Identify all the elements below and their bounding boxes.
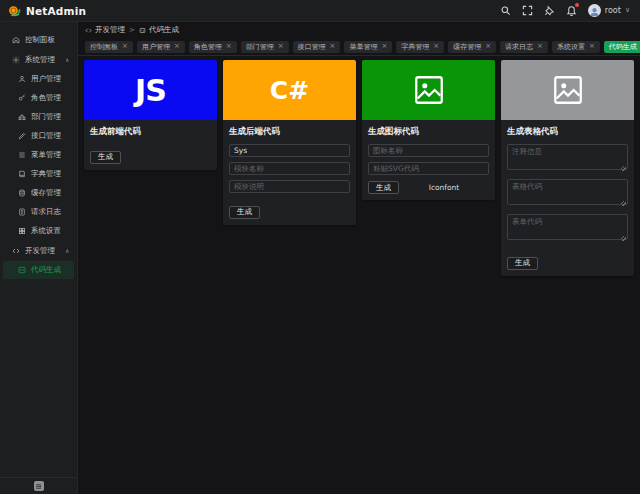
- table-banner: [501, 60, 634, 120]
- card-title: 生成前端代码: [90, 126, 211, 138]
- close-icon[interactable]: ×: [174, 43, 180, 50]
- image-icon: [412, 73, 446, 107]
- close-icon[interactable]: ×: [122, 43, 128, 50]
- tab-system-settings[interactable]: 系统设置×: [552, 41, 600, 53]
- search-icon[interactable]: [500, 5, 511, 16]
- tab-request-logs[interactable]: 请求日志×: [500, 41, 548, 53]
- tab-cache[interactable]: 缓存管理×: [448, 41, 496, 53]
- close-icon[interactable]: ×: [433, 43, 439, 50]
- tab-dictionary[interactable]: 字典管理×: [396, 41, 444, 53]
- sidebar-item-codegen[interactable]: 代码生成: [3, 261, 74, 279]
- close-icon[interactable]: ×: [226, 43, 232, 50]
- card-backend-code: C# 生成后端代码 生成: [223, 60, 356, 225]
- close-icon[interactable]: ×: [589, 43, 595, 50]
- app-title: NetAdmin: [26, 5, 86, 17]
- tab-codegen[interactable]: 代码生成×: [604, 41, 640, 53]
- generate-backend-button[interactable]: 生成: [229, 206, 260, 219]
- namespace-input[interactable]: [229, 144, 350, 157]
- sidebar-item-dictionary[interactable]: 字典管理: [3, 165, 74, 183]
- bell-icon[interactable]: [566, 5, 577, 16]
- codegen-icon: [18, 266, 26, 274]
- generate-icon-button[interactable]: 生成: [368, 181, 399, 194]
- tab-bar: 控制面板× 用户管理× 角色管理× 部门管理× 接口管理× 菜单管理× 字典管理…: [78, 38, 640, 56]
- settings-icon: [18, 227, 26, 235]
- sidebar-item-api[interactable]: 接口管理: [3, 127, 74, 145]
- content-area: JS 生成前端代码 生成 C# 生成后端代码: [78, 56, 640, 494]
- js-logo: JS: [135, 73, 166, 108]
- avatar: [588, 4, 601, 17]
- generate-frontend-button[interactable]: 生成: [90, 151, 121, 164]
- comment-info-textarea[interactable]: [507, 144, 628, 170]
- breadcrumb: 开发管理 > 代码生成: [78, 22, 640, 38]
- card-icon-code: 生成图标代码 生成 Iconfont: [362, 60, 495, 200]
- close-icon[interactable]: ×: [330, 43, 336, 50]
- tab-roles[interactable]: 角色管理×: [189, 41, 237, 53]
- module-name-input[interactable]: [229, 162, 350, 175]
- icon-banner: [362, 60, 495, 120]
- card-title: 生成图标代码: [368, 126, 489, 138]
- sidebar: 控制面板 系统管理 ∧ 用户管理 角色管理 部门管理 接口管理 菜单管理: [0, 22, 78, 494]
- cache-icon: [18, 189, 26, 197]
- chevron-up-icon: ∧: [65, 56, 69, 63]
- svg-code-input[interactable]: [368, 162, 489, 175]
- dictionary-icon: [18, 170, 26, 178]
- tab-users[interactable]: 用户管理×: [137, 41, 185, 53]
- chevron-up-icon: ∧: [65, 247, 69, 254]
- sidebar-item-users[interactable]: 用户管理: [3, 70, 74, 88]
- codegen-icon: [139, 27, 146, 34]
- iconfont-link[interactable]: Iconfont: [399, 183, 489, 192]
- log-icon: [18, 208, 26, 216]
- sidebar-item-departments[interactable]: 部门管理: [3, 108, 74, 126]
- close-icon[interactable]: ×: [278, 43, 284, 50]
- sidebar-item-cache[interactable]: 缓存管理: [3, 184, 74, 202]
- user-icon: [18, 75, 26, 83]
- js-banner: JS: [84, 60, 217, 120]
- notification-badge: [574, 2, 580, 8]
- image-icon: [551, 73, 585, 107]
- sidebar-group-development[interactable]: 开发管理 ∧: [3, 241, 74, 260]
- card-frontend-code: JS 生成前端代码 生成: [84, 60, 217, 170]
- sidebar-item-menus[interactable]: 菜单管理: [3, 146, 74, 164]
- close-icon[interactable]: ×: [537, 43, 543, 50]
- sidebar-item-roles[interactable]: 角色管理: [3, 89, 74, 107]
- menu-icon: [18, 151, 26, 159]
- table-code-textarea[interactable]: [507, 179, 628, 205]
- api-icon: [18, 132, 26, 140]
- breadcrumb-current[interactable]: 代码生成: [139, 25, 179, 35]
- breadcrumb-parent[interactable]: 开发管理: [85, 25, 125, 35]
- sidebar-item-request-logs[interactable]: 请求日志: [3, 203, 74, 221]
- icon-name-input[interactable]: [368, 144, 489, 157]
- close-icon[interactable]: ×: [485, 43, 491, 50]
- close-icon[interactable]: ×: [381, 43, 387, 50]
- username: root: [605, 6, 621, 15]
- fullscreen-icon[interactable]: [522, 5, 533, 16]
- dashboard-icon: [12, 36, 20, 44]
- code-icon: [85, 27, 92, 34]
- code-icon: [12, 247, 20, 255]
- card-title: 生成表格代码: [507, 126, 628, 138]
- logo[interactable]: NetAdmin: [8, 4, 86, 17]
- collapse-sidebar-icon[interactable]: [34, 481, 44, 491]
- tab-api[interactable]: 接口管理×: [293, 41, 341, 53]
- snail-icon: [8, 4, 21, 17]
- module-description-input[interactable]: [229, 180, 350, 193]
- csharp-banner: C#: [223, 60, 356, 120]
- role-icon: [18, 94, 26, 102]
- pin-icon[interactable]: [544, 5, 555, 16]
- csharp-logo: C#: [270, 76, 309, 105]
- tab-departments[interactable]: 部门管理×: [241, 41, 289, 53]
- chevron-down-icon: ∨: [625, 7, 630, 14]
- gear-icon: [12, 56, 20, 64]
- generate-table-button[interactable]: 生成: [507, 257, 538, 270]
- sidebar-item-dashboard[interactable]: 控制面板: [3, 30, 74, 49]
- tab-menus[interactable]: 菜单管理×: [344, 41, 392, 53]
- sidebar-group-system[interactable]: 系统管理 ∧: [3, 50, 74, 69]
- sidebar-footer: [0, 477, 77, 494]
- sidebar-item-system-settings[interactable]: 系统设置: [3, 222, 74, 240]
- tab-dashboard[interactable]: 控制面板×: [85, 41, 133, 53]
- department-icon: [18, 113, 26, 121]
- topbar: NetAdmin: [0, 0, 640, 22]
- card-title: 生成后端代码: [229, 126, 350, 138]
- form-code-textarea[interactable]: [507, 214, 628, 240]
- user-menu[interactable]: root ∨: [588, 4, 630, 17]
